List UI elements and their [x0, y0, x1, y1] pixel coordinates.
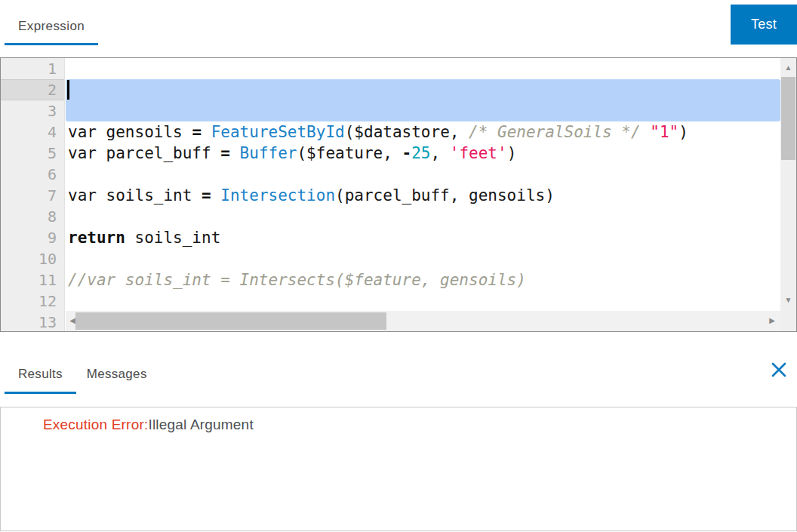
code-line: var parcel_buff = Buffer($feature, -25, … — [68, 143, 780, 164]
code-line — [68, 164, 780, 185]
vertical-scrollbar-thumb[interactable] — [781, 77, 795, 160]
tab-messages[interactable]: Messages — [73, 358, 161, 394]
tab-results[interactable]: Results — [5, 358, 76, 394]
line-number: 11 — [1, 269, 64, 291]
code-token: /* GeneralSoils */ — [469, 123, 641, 141]
code-token: 25 — [411, 144, 430, 162]
line-number: 12 — [1, 291, 64, 312]
scroll-up-icon[interactable]: ▲ — [780, 64, 796, 72]
code-line: var soils_int = Intersection(parcel_buff… — [68, 185, 780, 206]
horizontal-scrollbar-thumb[interactable] — [75, 312, 386, 330]
code-token: FeatureSetById — [211, 123, 345, 141]
line-number: 4 — [1, 121, 64, 143]
close-icon[interactable] — [770, 361, 788, 379]
code-line: var gensoils = FeatureSetById($datastore… — [68, 121, 780, 143]
line-number: 5 — [1, 143, 64, 164]
code-token: (parcel_buff, gensoils) — [335, 186, 555, 204]
scroll-down-icon[interactable]: ▼ — [780, 297, 796, 304]
code-token: - — [402, 144, 412, 162]
code-token — [641, 123, 651, 141]
code-token: //var soils_int = Intersects($feature, g… — [68, 271, 526, 289]
results-tab-bar: Results Messages — [5, 358, 161, 394]
code-line — [68, 291, 780, 312]
line-number: 9 — [1, 227, 64, 248]
code-token: var soils_int — [68, 186, 202, 204]
code-line: //var soils_int = Intersects($feature, g… — [68, 269, 780, 291]
code-token — [211, 186, 221, 204]
code-input-area[interactable]: var gensoils = FeatureSetById($datastore… — [66, 58, 780, 331]
code-token: 'feet' — [450, 144, 507, 162]
code-token: , — [431, 144, 450, 162]
vertical-scrollbar[interactable]: ▲ ▼ — [780, 58, 796, 331]
code-token: = — [220, 144, 230, 162]
code-token: var gensoils — [68, 123, 192, 141]
code-token: "1" — [650, 123, 679, 141]
code-line — [68, 79, 780, 100]
code-token: ) — [507, 144, 517, 162]
code-token: var parcel_buff — [68, 144, 220, 162]
code-token: Intersection — [220, 186, 335, 204]
code-token: soils_int — [125, 229, 220, 247]
results-panel: Execution Error:Illegal Argument — [0, 407, 797, 531]
code-line — [68, 206, 780, 227]
code-line — [68, 248, 780, 269]
code-line: return soils_int — [68, 227, 780, 248]
execution-error-line: Execution Error:Illegal Argument — [1, 407, 796, 433]
code-token: Buffer — [240, 144, 297, 162]
arcade-expression-editor: Expression Test 12345678910111213 var ge… — [0, 0, 797, 532]
line-number: 8 — [1, 206, 64, 227]
line-number: 7 — [1, 185, 64, 206]
code-line — [68, 58, 780, 79]
line-number: 10 — [1, 248, 64, 269]
code-token — [202, 123, 211, 141]
code-token: return — [68, 229, 125, 247]
horizontal-scrollbar[interactable]: ◀ ▶ — [66, 311, 780, 331]
test-button[interactable]: Test — [731, 5, 797, 45]
line-number: 3 — [1, 100, 64, 121]
code-token: ) — [679, 123, 688, 141]
scroll-right-icon[interactable]: ▶ — [767, 317, 777, 324]
line-number: 2 — [1, 79, 64, 100]
code-token: = — [202, 186, 211, 204]
tab-expression[interactable]: Expression — [5, 11, 98, 45]
code-token: ($feature, — [297, 144, 402, 162]
code-token — [230, 144, 240, 162]
error-message: Illegal Argument — [148, 417, 253, 432]
line-number: 13 — [1, 312, 64, 332]
code-line — [68, 100, 780, 121]
line-number-gutter: 12345678910111213 — [1, 58, 65, 331]
error-label: Execution Error: — [43, 417, 148, 432]
line-number: 6 — [1, 164, 64, 185]
code-token: = — [192, 123, 202, 141]
code-editor: 12345678910111213 var gensoils = Feature… — [0, 57, 797, 332]
code-token: ($datastore, — [345, 123, 469, 141]
line-number: 1 — [1, 58, 64, 79]
